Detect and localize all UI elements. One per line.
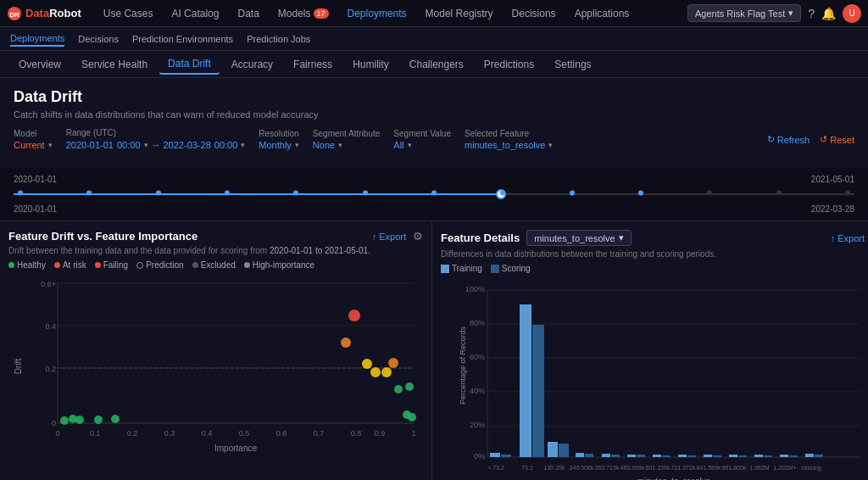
svg-text:60%: 60% [470,353,485,361]
range-end-value: 2022-03-28 [164,140,211,150]
model-dropdown[interactable]: Current ▾ [14,140,53,150]
nav-deployments[interactable]: Deployments [339,4,415,23]
svg-text:0.4: 0.4 [202,429,213,438]
svg-rect-55 [520,304,531,457]
legend-prediction: Prediction [136,260,183,270]
svg-text:20%: 20% [470,421,485,429]
resolution-value: Monthly [259,140,292,150]
legend-at-risk-label: At risk [63,260,86,270]
svg-text:601.156k: 601.156k [646,465,670,471]
svg-rect-66 [662,455,670,457]
controls-row: Model Current ▾ Range (UTC) 2020-01-01 0… [14,128,854,151]
svg-rect-57 [548,442,558,457]
tab-settings[interactable]: Settings [546,55,599,74]
segment-attr-dropdown[interactable]: None ▾ [313,140,381,150]
range-start-dropdown[interactable]: 2020-01-01 00:00 ▾ [66,140,148,150]
models-badge: 17 [314,8,329,19]
tab-challengers[interactable]: Challengers [401,55,472,74]
tab-data-drift[interactable]: Data Drift [159,54,220,75]
tab-overview[interactable]: Overview [10,55,70,74]
excluded-dot [192,262,198,268]
reset-button[interactable]: ↺ Reset [820,134,854,145]
logo-icon: DR [7,6,22,21]
tab-predictions[interactable]: Predictions [476,55,542,74]
feature-select-dropdown[interactable]: minutes_to_resolve ▾ [526,230,631,246]
healthy-dot [8,262,14,268]
timeline-dot [638,191,643,196]
scoring-label: Scoring [502,264,531,273]
timeline-container: 2020-01-01 2021-05-01 2020-01-01 2022-03… [0,168,868,221]
svg-rect-77 [805,454,814,457]
svg-point-35 [405,382,414,391]
timeline-start-label: 2020-01-01 [14,175,57,184]
feature-title-group: Feature Details minutes_to_resolve ▾ [441,230,632,246]
settings-button[interactable]: ⚙ [413,230,423,243]
sub-nav-decisions[interactable]: Decisions [78,32,119,46]
range-end-dropdown[interactable]: 2022-03-28 00:00 ▾ [164,140,246,150]
segment-attr-value: None [313,140,335,150]
timeline-dot [570,191,575,196]
legend-healthy-label: Healthy [17,260,46,270]
nav-use-cases[interactable]: Use Cases [95,4,162,23]
svg-rect-72 [738,455,747,457]
svg-text:minutes_to_resolve: minutes_to_resolve [637,477,711,480]
range-time-end: 00:00 [214,140,238,150]
tab-service-health[interactable]: Service Health [73,55,156,74]
scoring-swatch [491,265,499,273]
feature-drift-chart: Feature Drift vs. Feature Importance ↑ E… [0,221,432,480]
svg-text:360.723k: 360.723k [595,465,620,471]
range-time-start: 00:00 [117,140,141,150]
feature-selected-value: minutes_to_resolve [534,233,615,243]
tab-humility[interactable]: Humility [344,55,398,74]
timeline-dot [86,191,92,196]
svg-text:0: 0 [52,419,56,427]
nav-applications[interactable]: Applications [566,4,638,23]
svg-text:841.589k: 841.589k [697,465,721,471]
notifications-icon[interactable]: 🔔 [821,7,836,20]
export-button-right[interactable]: ↑ Export [831,233,865,243]
chevron-down-icon: ▾ [241,141,245,149]
tab-fairness[interactable]: Fairness [285,55,341,74]
timeline-bottom-labels: 2020-01-01 2022-03-28 [14,204,854,214]
tab-accuracy[interactable]: Accuracy [223,55,281,74]
refresh-button[interactable]: ↻ Refresh [767,134,810,145]
sub-nav-deployments[interactable]: Deployments [10,31,64,47]
nav-model-registry[interactable]: Model Registry [417,4,502,23]
top-nav: DR DataRobot Use Cases AI Catalog Data M… [0,0,868,27]
svg-rect-78 [815,455,823,457]
reset-icon: ↺ [820,134,827,145]
svg-point-24 [60,416,69,425]
project-selector[interactable]: Agents Risk Flag Test ▾ [687,4,801,22]
resolution-dropdown[interactable]: Monthly ▾ [259,140,299,150]
chevron-down-icon: ▾ [548,141,553,149]
legend-excluded-label: Excluded [201,260,236,270]
sub-nav-prediction-jobs[interactable]: Prediction Jobs [247,32,310,46]
avatar[interactable]: U [843,4,861,23]
sub-nav-prediction-environments[interactable]: Prediction Environments [132,32,233,46]
legend-left: Healthy At risk Failing Prediction Exclu… [8,260,423,270]
nav-data[interactable]: Data [229,4,267,23]
chevron-down-icon: ▾ [788,8,793,19]
nav-ai-catalog[interactable]: AI Catalog [163,4,227,23]
scatter-wrapper: Drift 0.6+ 0.4 0.2 0 0 0.1 0. [8,275,423,457]
svg-point-32 [370,367,381,377]
svg-text:240.506k: 240.506k [570,465,594,471]
nav-decisions[interactable]: Decisions [504,4,565,23]
help-button[interactable]: ? [808,7,815,20]
sub-nav: Deployments Decisions Prediction Environ… [0,27,868,51]
selected-feature-dropdown[interactable]: minutes_to_resolve ▾ [465,140,553,150]
range-start-value: 2020-01-01 [66,140,114,150]
svg-text:0: 0 [55,429,59,438]
svg-rect-76 [789,455,798,457]
timeline-track[interactable] [14,187,854,201]
svg-rect-61 [602,454,610,457]
resolution-control: Resolution Monthly ▾ [259,129,299,150]
nav-models[interactable]: Models 17 [270,4,337,23]
range-control: Range (UTC) 2020-01-01 00:00 ▾ → 2022-03… [66,128,246,151]
scatter-plot-svg: 0.6+ 0.4 0.2 0 0 0.1 0.2 0.3 0.4 0.5 0.6… [32,275,422,457]
legend-training: Training [441,264,482,273]
segment-val-dropdown[interactable]: All ▾ [393,140,451,150]
export-button-left[interactable]: ↑ Export [372,232,406,242]
svg-text:0.5: 0.5 [239,429,250,438]
model-control: Model Current ▾ [14,129,53,150]
